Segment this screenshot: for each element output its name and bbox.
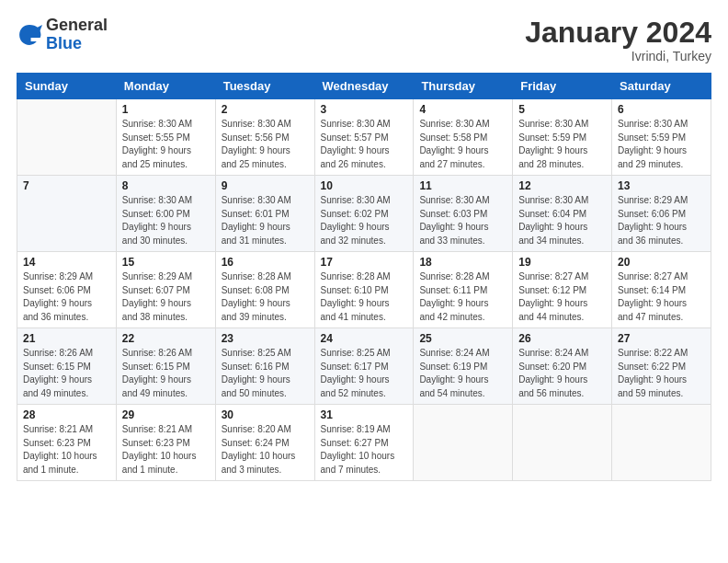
day-number: 1 [122, 103, 210, 116]
day-number: 4 [419, 103, 506, 116]
title-block: January 2024 Ivrindi, Turkey [525, 17, 711, 63]
day-info: Sunrise: 8:19 AMSunset: 6:27 PMDaylight:… [321, 423, 408, 477]
day-info: Sunrise: 8:30 AMSunset: 6:01 PMDaylight:… [222, 194, 309, 247]
day-number: 11 [419, 179, 506, 192]
location-subtitle: Ivrindi, Turkey [525, 49, 711, 63]
day-number: 7 [23, 179, 110, 192]
table-row: 31Sunrise: 8:19 AMSunset: 6:27 PMDayligh… [314, 405, 414, 481]
table-row: 28Sunrise: 8:21 AMSunset: 6:23 PMDayligh… [17, 405, 117, 481]
col-monday: Monday [116, 74, 215, 99]
day-info: Sunrise: 8:21 AMSunset: 6:23 PMDaylight:… [23, 423, 110, 477]
table-row: 10Sunrise: 8:30 AMSunset: 6:02 PMDayligh… [314, 176, 414, 252]
logo-icon [17, 22, 42, 48]
day-info: Sunrise: 8:30 AMSunset: 6:00 PMDaylight:… [122, 194, 210, 247]
table-row: 30Sunrise: 8:20 AMSunset: 6:24 PMDayligh… [215, 405, 314, 481]
table-row: 5Sunrise: 8:30 AMSunset: 5:59 PMDaylight… [513, 99, 612, 176]
table-row: 4Sunrise: 8:30 AMSunset: 5:58 PMDaylight… [414, 99, 513, 176]
table-row: 24Sunrise: 8:25 AMSunset: 6:17 PMDayligh… [314, 328, 414, 405]
table-row [414, 405, 513, 481]
day-info: Sunrise: 8:26 AMSunset: 6:15 PMDaylight:… [122, 347, 210, 400]
table-row: 7 [17, 176, 117, 252]
page: General Blue January 2024 Ivrindi, Turke… [0, 0, 728, 563]
day-number: 2 [222, 103, 309, 116]
day-info: Sunrise: 8:30 AMSunset: 5:58 PMDaylight:… [419, 118, 506, 171]
table-row: 11Sunrise: 8:30 AMSunset: 6:03 PMDayligh… [414, 176, 513, 252]
col-saturday: Saturday [612, 74, 711, 99]
col-wednesday: Wednesday [314, 74, 414, 99]
table-row [612, 405, 711, 481]
table-row: 18Sunrise: 8:28 AMSunset: 6:11 PMDayligh… [414, 252, 513, 328]
table-row: 12Sunrise: 8:30 AMSunset: 6:04 PMDayligh… [513, 176, 612, 252]
day-info: Sunrise: 8:25 AMSunset: 6:17 PMDaylight:… [321, 347, 408, 400]
day-info: Sunrise: 8:30 AMSunset: 6:03 PMDaylight:… [419, 194, 506, 247]
day-number: 19 [518, 256, 606, 269]
day-info: Sunrise: 8:30 AMSunset: 5:59 PMDaylight:… [518, 118, 606, 171]
table-row: 2Sunrise: 8:30 AMSunset: 5:56 PMDaylight… [215, 99, 314, 176]
header: General Blue January 2024 Ivrindi, Turke… [17, 17, 711, 63]
day-info: Sunrise: 8:28 AMSunset: 6:10 PMDaylight:… [321, 270, 408, 324]
day-info: Sunrise: 8:29 AMSunset: 6:07 PMDaylight:… [122, 270, 210, 324]
day-info: Sunrise: 8:21 AMSunset: 6:23 PMDaylight:… [122, 423, 210, 477]
day-info: Sunrise: 8:26 AMSunset: 6:15 PMDaylight:… [23, 347, 110, 400]
day-info: Sunrise: 8:24 AMSunset: 6:19 PMDaylight:… [419, 347, 506, 400]
day-number: 13 [618, 179, 705, 192]
day-number: 20 [618, 256, 705, 269]
table-row: 26Sunrise: 8:24 AMSunset: 6:20 PMDayligh… [513, 328, 612, 405]
logo-text: General Blue [46, 17, 108, 53]
calendar-row: 28Sunrise: 8:21 AMSunset: 6:23 PMDayligh… [17, 405, 711, 481]
col-sunday: Sunday [17, 74, 117, 99]
table-row [17, 99, 117, 176]
col-thursday: Thursday [414, 74, 513, 99]
day-number: 15 [122, 256, 210, 269]
day-number: 6 [618, 103, 705, 116]
day-info: Sunrise: 8:30 AMSunset: 5:56 PMDaylight:… [222, 118, 309, 171]
table-row: 1Sunrise: 8:30 AMSunset: 5:55 PMDaylight… [116, 99, 215, 176]
day-number: 25 [419, 332, 506, 345]
day-info: Sunrise: 8:28 AMSunset: 6:11 PMDaylight:… [419, 270, 506, 324]
day-number: 16 [222, 256, 309, 269]
table-row: 14Sunrise: 8:29 AMSunset: 6:06 PMDayligh… [17, 252, 117, 328]
day-info: Sunrise: 8:27 AMSunset: 6:12 PMDaylight:… [518, 270, 606, 324]
day-info: Sunrise: 8:29 AMSunset: 6:06 PMDaylight:… [23, 270, 110, 324]
day-number: 28 [23, 408, 110, 421]
calendar-row: 1Sunrise: 8:30 AMSunset: 5:55 PMDaylight… [17, 99, 711, 176]
col-tuesday: Tuesday [215, 74, 314, 99]
day-info: Sunrise: 8:28 AMSunset: 6:08 PMDaylight:… [222, 270, 309, 324]
logo: General Blue [17, 17, 108, 53]
logo-blue: Blue [46, 34, 82, 52]
table-row: 19Sunrise: 8:27 AMSunset: 6:12 PMDayligh… [513, 252, 612, 328]
day-number: 17 [321, 256, 408, 269]
day-info: Sunrise: 8:30 AMSunset: 5:55 PMDaylight:… [122, 118, 210, 171]
day-info: Sunrise: 8:29 AMSunset: 6:06 PMDaylight:… [618, 194, 705, 247]
table-row: 20Sunrise: 8:27 AMSunset: 6:14 PMDayligh… [612, 252, 711, 328]
logo-general: General [46, 16, 108, 34]
calendar-row: 21Sunrise: 8:26 AMSunset: 6:15 PMDayligh… [17, 328, 711, 405]
table-row: 13Sunrise: 8:29 AMSunset: 6:06 PMDayligh… [612, 176, 711, 252]
table-row: 16Sunrise: 8:28 AMSunset: 6:08 PMDayligh… [215, 252, 314, 328]
day-info: Sunrise: 8:30 AMSunset: 5:59 PMDaylight:… [618, 118, 705, 171]
day-number: 24 [321, 332, 408, 345]
table-row: 21Sunrise: 8:26 AMSunset: 6:15 PMDayligh… [17, 328, 117, 405]
col-friday: Friday [513, 74, 612, 99]
day-number: 12 [518, 179, 606, 192]
day-number: 3 [321, 103, 408, 116]
day-info: Sunrise: 8:22 AMSunset: 6:22 PMDaylight:… [618, 347, 705, 400]
header-row: Sunday Monday Tuesday Wednesday Thursday… [17, 74, 711, 99]
day-info: Sunrise: 8:24 AMSunset: 6:20 PMDaylight:… [518, 347, 606, 400]
month-title: January 2024 [525, 17, 711, 49]
day-number: 31 [321, 408, 408, 421]
day-info: Sunrise: 8:27 AMSunset: 6:14 PMDaylight:… [618, 270, 705, 324]
calendar-row: 14Sunrise: 8:29 AMSunset: 6:06 PMDayligh… [17, 252, 711, 328]
table-row: 8Sunrise: 8:30 AMSunset: 6:00 PMDaylight… [116, 176, 215, 252]
table-row: 6Sunrise: 8:30 AMSunset: 5:59 PMDaylight… [612, 99, 711, 176]
table-row: 9Sunrise: 8:30 AMSunset: 6:01 PMDaylight… [215, 176, 314, 252]
day-number: 22 [122, 332, 210, 345]
table-row: 27Sunrise: 8:22 AMSunset: 6:22 PMDayligh… [612, 328, 711, 405]
day-number: 21 [23, 332, 110, 345]
day-info: Sunrise: 8:30 AMSunset: 6:04 PMDaylight:… [518, 194, 606, 247]
day-number: 27 [618, 332, 705, 345]
day-info: Sunrise: 8:30 AMSunset: 5:57 PMDaylight:… [321, 118, 408, 171]
table-row: 15Sunrise: 8:29 AMSunset: 6:07 PMDayligh… [116, 252, 215, 328]
table-row: 3Sunrise: 8:30 AMSunset: 5:57 PMDaylight… [314, 99, 414, 176]
day-number: 10 [321, 179, 408, 192]
